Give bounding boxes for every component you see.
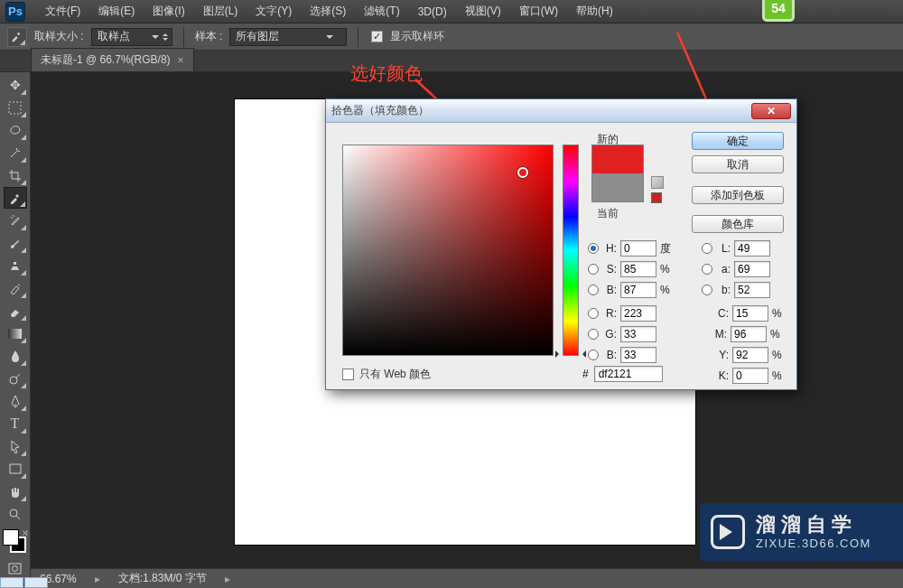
taskbar-tab[interactable]	[0, 577, 23, 588]
menu-filter[interactable]: 滤镜(T)	[355, 4, 408, 19]
clone-stamp-tool[interactable]	[4, 255, 27, 276]
taskbar-tab[interactable]	[24, 577, 48, 588]
blue-radio[interactable]	[588, 350, 599, 360]
K-input[interactable]	[732, 368, 768, 384]
foreground-swatch[interactable]	[3, 529, 19, 546]
app-logo: Ps	[5, 2, 25, 22]
red-radio[interactable]	[588, 308, 599, 319]
red-input[interactable]	[620, 305, 656, 322]
type-tool[interactable]: T	[4, 413, 27, 434]
b-row: b:	[702, 282, 770, 298]
color-preview	[591, 145, 644, 202]
menu-layer[interactable]: 图层(L)	[194, 4, 247, 19]
Y-input[interactable]	[732, 347, 768, 363]
tab-close-icon[interactable]: ×	[178, 54, 184, 67]
quick-mask-toggle[interactable]	[4, 557, 27, 579]
hue-slider[interactable]	[563, 145, 579, 356]
L-input[interactable]	[734, 240, 770, 257]
blur-tool[interactable]	[4, 345, 27, 367]
hue-label: H:	[602, 242, 617, 255]
menu-view[interactable]: 视图(V)	[456, 4, 510, 19]
sample-size-select[interactable]: 取样点	[91, 28, 172, 46]
green-label: G:	[602, 328, 617, 341]
hue-pointer[interactable]	[559, 350, 582, 358]
hue-radio[interactable]	[588, 243, 599, 254]
hue-row: H: 度	[588, 240, 673, 257]
menu-edit[interactable]: 编辑(E)	[89, 4, 144, 19]
move-tool[interactable]: ✥	[4, 74, 27, 96]
preview-current-label: 当前	[597, 206, 619, 221]
marquee-tool[interactable]	[4, 97, 27, 118]
a-radio[interactable]	[702, 264, 712, 275]
notification-badge[interactable]: 54	[762, 0, 795, 22]
current-tool-icon[interactable]	[7, 27, 27, 47]
saturation-value-field[interactable]	[342, 145, 554, 356]
saturation-radio[interactable]	[588, 264, 599, 275]
shape-tool[interactable]	[4, 458, 27, 480]
nearest-websafe-swatch[interactable]	[651, 192, 662, 203]
hand-tool[interactable]	[4, 481, 27, 502]
svg-point-2	[10, 377, 17, 384]
color-swatches[interactable]: ⤭	[3, 529, 28, 556]
brightness-input[interactable]	[620, 282, 656, 298]
web-only-label: 只有 Web 颜色	[359, 367, 431, 382]
brightness-radio[interactable]	[588, 285, 599, 295]
hue-input[interactable]	[620, 240, 656, 257]
menu-image[interactable]: 图像(I)	[144, 4, 193, 19]
crop-tool[interactable]	[4, 164, 27, 186]
dodge-tool[interactable]	[4, 368, 27, 389]
menu-help[interactable]: 帮助(H)	[567, 4, 622, 19]
watermark: 溜溜自学 ZIXUE.3D66.COM	[700, 503, 903, 561]
zoom-tool[interactable]	[4, 503, 27, 525]
menu-window[interactable]: 窗口(W)	[510, 4, 567, 19]
cancel-button[interactable]: 取消	[692, 155, 784, 173]
menu-file[interactable]: 文件(F)	[36, 4, 89, 19]
svg-rect-5	[9, 564, 21, 574]
b-radio[interactable]	[702, 285, 712, 295]
dialog-titlebar[interactable]: 拾色器（填充颜色） ✕	[326, 99, 796, 123]
L-radio[interactable]	[702, 243, 712, 254]
web-only-checkbox[interactable]	[342, 369, 354, 380]
add-swatch-button[interactable]: 添加到色板	[692, 186, 784, 204]
color-lib-button[interactable]: 颜色库	[692, 215, 784, 233]
lasso-tool[interactable]	[4, 119, 27, 141]
gamut-warning-icon[interactable]	[651, 176, 664, 189]
document-tab[interactable]: 未标题-1 @ 66.7%(RGB/8) ×	[31, 48, 194, 71]
sample-layers-select[interactable]: 所有图层	[229, 28, 347, 46]
green-input[interactable]	[620, 326, 656, 342]
hex-input[interactable]	[594, 366, 663, 382]
hex-label: #	[582, 368, 589, 380]
dialog-body: 新的 当前 确定 取消 添加到色板 颜色库 H: 度 S: % B: %	[326, 123, 796, 389]
doc-info-menu-icon[interactable]: ▸	[225, 573, 230, 585]
eyedropper-icon	[10, 30, 23, 42]
dialog-close-button[interactable]: ✕	[751, 103, 791, 119]
brush-tool[interactable]	[4, 232, 27, 254]
brightness-unit: %	[660, 284, 673, 296]
menu-3d[interactable]: 3D(D)	[409, 5, 456, 18]
b-input[interactable]	[734, 282, 770, 298]
swap-colors-icon[interactable]: ⤭	[22, 528, 29, 537]
zoom-menu-icon[interactable]: ▸	[95, 573, 100, 585]
ok-button[interactable]: 确定	[692, 132, 784, 150]
b-label: b:	[716, 284, 731, 296]
green-row: G:	[588, 326, 673, 342]
green-radio[interactable]	[588, 329, 599, 340]
pen-tool[interactable]	[4, 390, 27, 412]
gradient-tool[interactable]	[4, 322, 27, 344]
a-input[interactable]	[734, 261, 770, 277]
magic-wand-tool[interactable]	[4, 142, 27, 163]
blue-input[interactable]	[620, 347, 656, 363]
history-brush-tool[interactable]	[4, 277, 27, 299]
C-input[interactable]	[732, 305, 768, 322]
menu-select[interactable]: 选择(S)	[301, 4, 355, 19]
eyedropper-tool[interactable]	[4, 187, 27, 209]
show-ring-label: 显示取样环	[390, 29, 444, 44]
doc-info[interactable]: 文档:1.83M/0 字节	[118, 571, 207, 586]
saturation-input[interactable]	[620, 261, 656, 277]
healing-brush-tool[interactable]	[4, 210, 27, 231]
path-selection-tool[interactable]	[4, 435, 27, 457]
eraser-tool[interactable]	[4, 300, 27, 322]
menu-type[interactable]: 文字(Y)	[247, 4, 301, 19]
M-input[interactable]	[731, 326, 767, 342]
show-ring-checkbox[interactable]: ✓	[371, 31, 383, 42]
